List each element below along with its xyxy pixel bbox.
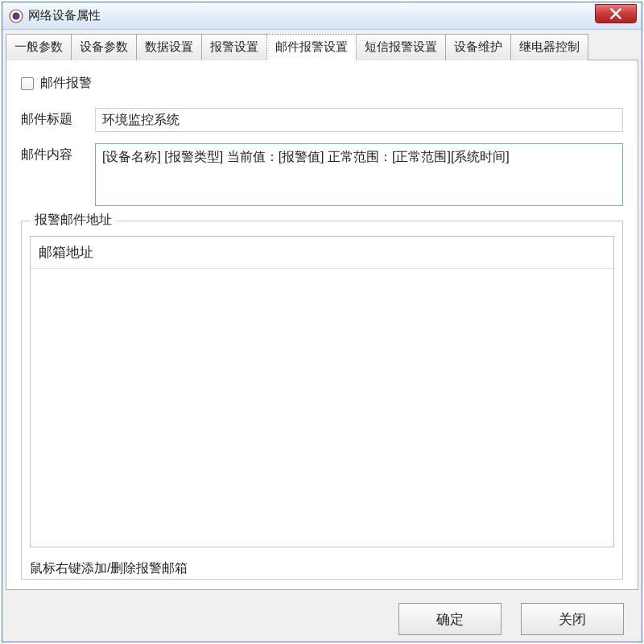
- body-label: 邮件内容: [21, 143, 95, 163]
- titlebar: 网络设备属性: [2, 2, 642, 30]
- body-textarea[interactable]: [95, 143, 623, 206]
- email-list-hint: 鼠标右键添加/删除报警邮箱: [22, 554, 622, 579]
- tab-data[interactable]: 数据设置: [136, 34, 202, 60]
- tab-general[interactable]: 一般参数: [6, 34, 72, 60]
- content-area: 一般参数 设备参数 数据设置 报警设置 邮件报警设置 短信报警设置 设备维护 继…: [2, 30, 642, 642]
- enable-email-alarm-checkbox[interactable]: [21, 77, 34, 90]
- subject-label: 邮件标题: [21, 108, 95, 128]
- dialog-window: 网络设备属性 一般参数 设备参数 数据设置 报警设置 邮件报警设置 短信报警设置…: [2, 2, 642, 642]
- email-address-legend: 报警邮件地址: [30, 212, 117, 229]
- tab-sms-alarm[interactable]: 短信报警设置: [356, 34, 446, 60]
- window-close-button[interactable]: [595, 4, 637, 23]
- tab-relay[interactable]: 继电器控制: [510, 34, 588, 60]
- enable-email-alarm-label: 邮件报警: [40, 75, 92, 92]
- email-address-list[interactable]: 邮箱地址: [30, 236, 614, 547]
- subject-row: 邮件标题: [21, 108, 623, 132]
- close-icon: [610, 8, 621, 19]
- tab-panel-email-alarm: 邮件报警 邮件标题 邮件内容 报警邮件地址 邮箱地址 鼠标右键添加/删除报警邮箱: [6, 60, 638, 590]
- tab-maintenance[interactable]: 设备维护: [445, 34, 511, 60]
- close-button[interactable]: 关闭: [521, 603, 624, 635]
- ok-button[interactable]: 确定: [398, 603, 502, 635]
- tab-bar: 一般参数 设备参数 数据设置 报警设置 邮件报警设置 短信报警设置 设备维护 继…: [6, 33, 638, 60]
- enable-email-alarm-row: 邮件报警: [21, 75, 623, 92]
- dialog-buttons: 确定 关闭: [6, 590, 638, 635]
- email-list-header: 邮箱地址: [31, 237, 613, 269]
- email-list-body[interactable]: [31, 269, 613, 547]
- tab-alarm[interactable]: 报警设置: [201, 34, 267, 60]
- svg-point-2: [14, 14, 18, 18]
- tab-email-alarm[interactable]: 邮件报警设置: [266, 34, 357, 60]
- app-icon: [9, 9, 23, 23]
- email-address-group: 报警邮件地址 邮箱地址 鼠标右键添加/删除报警邮箱: [21, 221, 623, 580]
- tab-device[interactable]: 设备参数: [71, 34, 137, 60]
- subject-input[interactable]: [95, 108, 623, 132]
- body-row: 邮件内容: [21, 143, 623, 206]
- window-title: 网络设备属性: [28, 8, 101, 23]
